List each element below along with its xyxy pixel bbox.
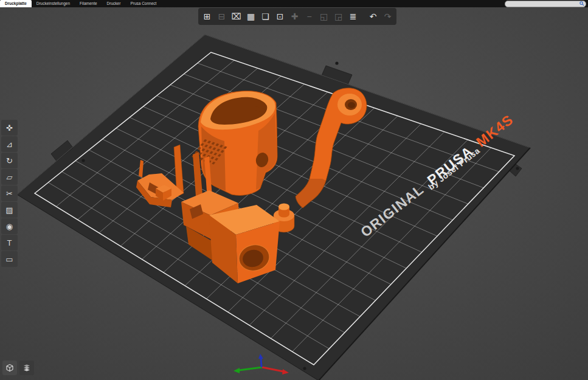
arrange-button[interactable]: ▦ (244, 9, 258, 24)
move-button[interactable]: ✜ (1, 120, 18, 136)
cut-button[interactable]: ✂ (1, 185, 18, 201)
viewport-3d[interactable]: ORIGINAL PRUSA MK4S by Josef Prusa (0, 0, 588, 380)
scale-button[interactable]: ⊿ (1, 136, 18, 152)
top-tab-bar: Druckplatte Druckeinstellungen Filamente… (0, 0, 588, 7)
preview-view-button[interactable] (19, 361, 34, 375)
tab-druckplatte[interactable]: Druckplatte (0, 0, 32, 7)
paste-icon: ⊡ (277, 12, 284, 21)
rotate-button[interactable]: ↻ (1, 153, 18, 168)
move-icon: ✜ (6, 123, 13, 133)
undo-button[interactable]: ↶ (366, 9, 380, 24)
tab-filamente[interactable]: Filamente (75, 0, 102, 7)
remove-instance-icon: − (306, 12, 311, 21)
undo-icon: ↶ (370, 12, 377, 21)
delete-button[interactable]: ⊟ (215, 9, 229, 24)
add-instance-button[interactable]: ✚ (288, 9, 302, 24)
delete-icon: ⊟ (218, 12, 226, 21)
add-button[interactable]: ⊞ (200, 9, 214, 24)
redo-button[interactable]: ↷ (381, 9, 395, 24)
add-instance-icon: ✚ (291, 12, 299, 21)
redo-icon: ↷ (384, 12, 392, 21)
copy-button[interactable]: ❏ (258, 9, 272, 24)
tab-drucker[interactable]: Drucker (102, 0, 126, 7)
seam-icon: ◉ (6, 222, 13, 231)
plater-toolbar: ⊞ ⊟ ⌧ ▦ ❏ ⊡ ✚ − ◱ ◲ ≣ ↶ ↷ (198, 8, 396, 25)
magnifier-icon (579, 1, 584, 6)
support-paint-icon: ▨ (5, 206, 13, 215)
search-box[interactable] (505, 1, 586, 7)
cube-icon (5, 363, 15, 373)
seam-button[interactable]: ◉ (1, 218, 18, 234)
paste-button[interactable]: ⊡ (273, 9, 287, 24)
tab-druckeinstellungen[interactable]: Druckeinstellungen (32, 0, 75, 7)
view-toolbar (2, 361, 34, 375)
delete-all-icon: ⌧ (231, 12, 241, 21)
measure-button[interactable]: ▭ (1, 251, 18, 267)
delete-all-button[interactable]: ⌧ (229, 9, 243, 24)
copy-icon: ❏ (261, 12, 269, 21)
search-input[interactable] (505, 1, 579, 6)
support-paint-button[interactable]: ▨ (1, 202, 18, 218)
layers-icon (22, 363, 32, 373)
gizmo-toolbar: ✜ ⊿ ↻ ▱ ✂ ▨ ◉ T ▭ (1, 120, 18, 267)
place-on-face-icon: ▱ (7, 173, 13, 182)
text-emboss-button[interactable]: T (1, 235, 18, 250)
layer-editing-icon: ≣ (350, 12, 357, 21)
scale-icon: ⊿ (6, 140, 13, 149)
measure-icon: ▭ (5, 255, 13, 264)
text-emboss-icon: T (7, 238, 12, 247)
remove-instance-button[interactable]: − (302, 9, 316, 24)
add-icon: ⊞ (204, 12, 211, 21)
split-objects-button[interactable]: ◱ (317, 9, 331, 24)
split-parts-icon: ◲ (334, 12, 342, 21)
split-parts-button[interactable]: ◲ (331, 9, 345, 24)
layer-editing-button[interactable]: ≣ (346, 9, 360, 24)
arrange-icon: ▦ (247, 12, 255, 21)
cut-icon: ✂ (6, 189, 13, 198)
tab-prusa-connect[interactable]: Prusa Connect (125, 0, 161, 7)
editor-view-button[interactable] (2, 361, 17, 375)
toolbar-separator (361, 9, 365, 24)
split-objects-icon: ◱ (320, 12, 328, 21)
place-on-face-button[interactable]: ▱ (1, 169, 18, 185)
rotate-icon: ↻ (6, 156, 13, 165)
